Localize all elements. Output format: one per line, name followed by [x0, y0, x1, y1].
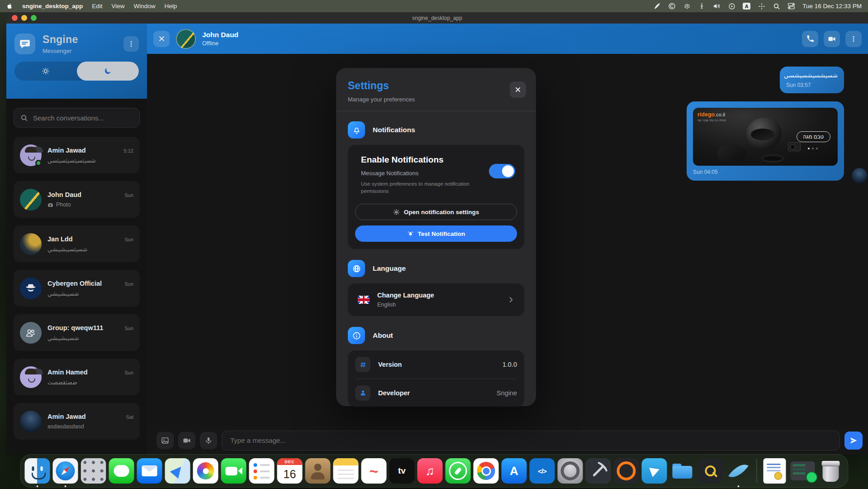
menu-edit[interactable]: Edit — [92, 3, 102, 10]
calendar-icon[interactable]: DEC16 — [277, 458, 303, 484]
apple-tv-icon[interactable]: tv — [389, 458, 415, 484]
sent-message[interactable]: شسيشسيشسيشسي Sun 03:57 — [780, 67, 844, 93]
minimize-window-button[interactable] — [21, 15, 27, 21]
sent-image-message[interactable]: ridego.co.il מיגלה בה ותוי שקיר פת טבם מ… — [687, 101, 844, 181]
record-video-button[interactable] — [178, 432, 195, 449]
facetime-icon[interactable] — [221, 458, 247, 484]
menu-help[interactable]: Help — [165, 3, 177, 10]
accessibility-icon[interactable] — [758, 2, 765, 10]
input-source-icon[interactable]: A — [743, 3, 750, 10]
search-input[interactable] — [33, 114, 133, 122]
pen-icon[interactable] — [653, 2, 661, 10]
conversation-item[interactable]: Amin HamedSunضصثقضصث — [14, 359, 140, 395]
chrome-icon[interactable] — [474, 458, 499, 484]
search-conversations[interactable] — [14, 108, 140, 128]
close-window-button[interactable] — [12, 15, 18, 21]
whatsapp-icon[interactable] — [446, 458, 471, 484]
minimized-window-icon[interactable] — [791, 461, 815, 480]
volume-icon[interactable] — [713, 2, 721, 10]
messages-icon[interactable] — [109, 458, 134, 484]
theme-toggle[interactable] — [14, 62, 139, 81]
conversation-time: Sun — [124, 370, 133, 375]
conversation-time: 5:12 — [124, 148, 133, 153]
conversation-item[interactable]: Amin Jawad5:12شسيثسيثسيثسيثسي — [14, 137, 140, 173]
chat-menu-button[interactable] — [845, 31, 862, 47]
dark-mode-button[interactable] — [77, 62, 139, 81]
trash-icon[interactable] — [818, 458, 844, 484]
message-input[interactable] — [230, 436, 831, 444]
peer-avatar[interactable] — [176, 29, 196, 49]
attach-image-button[interactable] — [157, 432, 174, 449]
menubar-app-name[interactable]: sngine_desktop_app — [22, 3, 83, 10]
close-chat-button[interactable] — [153, 31, 170, 47]
about-section-label: About — [373, 331, 393, 340]
apple-menu-icon[interactable] — [6, 2, 13, 10]
conversation-time: Sun — [124, 237, 133, 242]
gesture-icon[interactable] — [698, 2, 706, 10]
message-image[interactable]: ridego.co.il מיגלה בה ותוי שקיר פת טבם מ… — [693, 108, 838, 166]
traffic-lights — [12, 15, 37, 21]
zoom-window-button[interactable] — [31, 15, 37, 21]
system-settings-icon[interactable] — [558, 458, 583, 484]
conversation-item[interactable]: Amin JawadSatasdasdasdasd — [14, 403, 140, 440]
play-circle-icon[interactable] — [728, 2, 735, 10]
settings-title: Settings — [348, 80, 524, 92]
launchpad-icon[interactable] — [81, 458, 106, 484]
version-value: 1.0.0 — [503, 361, 517, 368]
search-icon[interactable] — [773, 2, 780, 10]
mail-icon[interactable] — [137, 458, 162, 484]
light-mode-button[interactable] — [14, 62, 77, 81]
menubar-clock[interactable]: Tue 16 Dec 12:33 PM — [802, 3, 862, 10]
menu-view[interactable]: View — [112, 3, 125, 10]
music-icon[interactable]: ♫ — [417, 458, 443, 484]
freeform-icon[interactable]: ~ — [361, 458, 387, 484]
notifications-toggle[interactable] — [489, 164, 515, 178]
window-titlebar[interactable]: sngine_desktop_app — [6, 12, 868, 24]
image-brand-logo: ridego.co.il — [697, 111, 725, 118]
dock: DEC16~tv♫A</> — [20, 454, 848, 488]
menu-window[interactable]: Window — [134, 3, 156, 10]
settings-close-button[interactable] — [510, 82, 526, 98]
control-center-icon[interactable] — [787, 2, 795, 10]
carousel-dots — [808, 148, 818, 149]
pickaxe-app-icon[interactable] — [586, 458, 611, 484]
conversation-item[interactable]: Group: qweqw111Sunشسيبشيبشي — [14, 314, 140, 351]
vscode-icon[interactable]: </> — [530, 458, 555, 484]
person-icon — [355, 385, 370, 401]
podcast-icon[interactable] — [683, 2, 691, 10]
blue-folder-icon[interactable] — [670, 458, 695, 484]
certificate-file-icon[interactable] — [764, 458, 786, 484]
about-card: Version 1.0.0 Developer Sngine — [348, 350, 524, 407]
conversation-item[interactable]: John DaudSunPhoto — [14, 181, 140, 218]
test-notification-button[interactable]: Test Notification — [355, 225, 517, 242]
send-button[interactable] — [844, 431, 863, 450]
finder-icon[interactable] — [25, 458, 50, 484]
photos-icon[interactable] — [193, 458, 218, 484]
app-store-icon[interactable]: A — [502, 458, 527, 484]
menu-bar: sngine_desktop_app Edit View Window Help… — [0, 0, 868, 12]
conversation-item[interactable]: Cybergen OfficialSunشسيبشيبشي — [14, 270, 140, 307]
conversation-item[interactable]: Jan LddSunشسيثسيبشيبشي — [14, 225, 140, 262]
conversation-time: Sat — [126, 414, 133, 420]
record-audio-button[interactable] — [200, 432, 217, 449]
notes-icon[interactable] — [333, 458, 359, 484]
dark-app-icon[interactable] — [698, 458, 723, 484]
orange-ring-app-icon[interactable] — [614, 458, 639, 484]
conversation-time: Sun — [124, 192, 133, 198]
feather-app-icon[interactable] — [726, 458, 751, 484]
maps-icon[interactable] — [165, 458, 190, 484]
voice-call-button[interactable] — [802, 31, 818, 47]
video-call-button[interactable] — [824, 31, 840, 47]
blue-arrow-app-icon[interactable] — [642, 458, 667, 484]
adobe-cc-icon[interactable] — [668, 2, 676, 10]
safari-icon[interactable] — [53, 458, 78, 484]
change-language-row[interactable]: Change Language English — [348, 283, 524, 316]
open-notification-settings-button[interactable]: Open notification settings — [355, 204, 517, 220]
reminders-icon[interactable] — [249, 458, 275, 484]
conversation-preview: ضصثقضصث — [47, 379, 133, 386]
sidebar-menu-button[interactable] — [123, 36, 139, 52]
message-input-field[interactable] — [222, 431, 840, 451]
conversation-avatar — [20, 322, 42, 344]
contacts-icon[interactable] — [305, 458, 331, 484]
conversation-avatar — [20, 144, 42, 166]
